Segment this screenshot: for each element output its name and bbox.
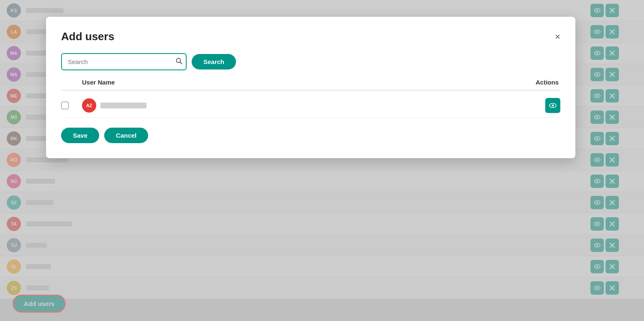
search-icon-button[interactable] — [176, 58, 182, 66]
view-user-button[interactable] — [545, 98, 560, 113]
modal-footer: Save Cancel — [61, 128, 560, 143]
modal-header: Add users × — [61, 30, 560, 43]
search-button[interactable]: Search — [192, 54, 236, 69]
cancel-button[interactable]: Cancel — [104, 128, 148, 143]
eye-icon — [549, 102, 557, 109]
modal-table-row: AZ — [61, 94, 560, 118]
search-icon — [176, 58, 182, 64]
add-users-modal: Add users × Search User Name Actions AZ — [46, 17, 575, 158]
modal-title: Add users — [61, 30, 114, 43]
modal-close-button[interactable]: × — [555, 32, 560, 41]
avatar: AZ — [82, 98, 96, 113]
svg-point-59 — [552, 105, 554, 107]
th-actions: Actions — [510, 79, 560, 86]
blurred-username — [100, 103, 146, 108]
svg-line-57 — [180, 62, 182, 64]
row-user-cell: AZ — [82, 98, 510, 113]
search-input[interactable] — [61, 53, 187, 70]
row-checkbox-input[interactable] — [61, 102, 69, 109]
save-button[interactable]: Save — [61, 128, 99, 143]
search-row: Search — [61, 53, 560, 70]
row-checkbox-cell — [61, 102, 82, 109]
table-header: User Name Actions — [61, 79, 560, 90]
modal-table-body: AZ — [61, 94, 560, 118]
th-username: User Name — [82, 79, 510, 86]
row-action-cell — [510, 98, 560, 113]
search-input-wrap — [61, 53, 187, 70]
